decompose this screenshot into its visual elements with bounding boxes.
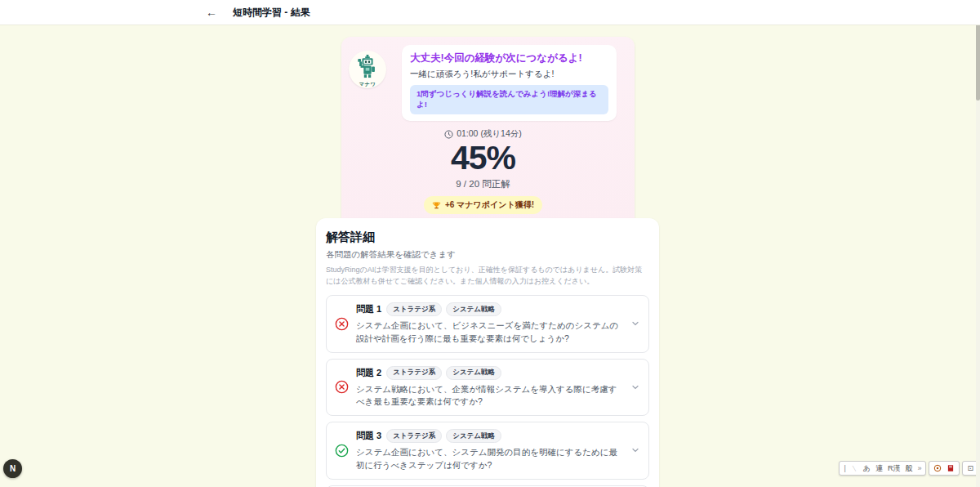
ime-tool-icon[interactable] [933,464,942,472]
timer-label: 01:00 (残り14分) [457,128,522,140]
app-window: ← 短時間学習 - 結果 [0,0,980,487]
question-item[interactable]: 問題 1 ストラテジ系システム戦略 システム企画において、ビジネスニーズを満たす… [326,295,649,353]
ime-mode-indicator[interactable]: あ [863,465,871,472]
x-circle-icon [335,317,349,331]
mascot-name: マナワ [359,81,376,88]
category-badge: システム戦略 [446,366,501,380]
question-label: 問題 3 [356,430,381,442]
details-subtitle: 各問題の解答結果を確認できます [326,249,649,261]
ime-panel-icon: ⊡ [967,464,973,472]
category-badge: ストラテジ系 [386,429,442,443]
score-detail: 9 / 20 問正解 [350,178,617,190]
category-badge: ストラテジ系 [386,302,442,316]
question-item[interactable]: 問題 2 ストラテジ系システム戦略 システム戦略において、企業が情報システムを導… [326,359,649,417]
ime-more-icon[interactable]: » [917,465,921,472]
chevron-down-icon [630,382,640,392]
points-badge-label: +6 マナワポイント獲得! [445,199,534,211]
encouragement-headline: 大丈夫!今回の経験が次につながるよ! [410,51,608,65]
question-label: 問題 2 [356,367,381,379]
top-header: ← 短時間学習 - 結果 [0,0,980,25]
question-label: 問題 1 [356,303,381,315]
question-list: 問題 1 ストラテジ系システム戦略 システム企画において、ビジネスニーズを満たす… [326,295,649,487]
page-title: 短時間学習 - 結果 [233,6,310,20]
pen-icon: ﹨ [851,465,858,472]
robot-mascot-icon [355,54,380,82]
encouragement-subline: 一緒に頑張ろう!私がサポートするよ! [410,69,608,80]
check-circle-icon [335,444,349,458]
question-item[interactable]: 問題 3 ストラテジ系システム戦略 システム企画において、システム開発の目的を明… [326,422,649,480]
ime-mode-indicator[interactable]: 連 [875,465,883,472]
clock-icon [444,130,453,139]
timer-row: 01:00 (残り14分) [350,128,617,140]
question-text: システム企画において、ビジネスニーズを満たすためのシステムの設計や計画を行う際に… [356,319,623,346]
ime-mode-bar[interactable]: | ﹨ あ連R漢般 » [839,461,926,476]
category-badge: システム戦略 [446,302,501,316]
text-cursor-icon: | [844,465,845,472]
ime-mode-indicator[interactable]: 般 [905,465,912,472]
ime-mode-indicator[interactable]: R漢 [888,465,901,472]
chevron-down-icon [630,319,640,328]
ime-toolbar: | ﹨ あ連R漢般 » ⊡ [839,461,978,476]
category-badge: システム戦略 [446,429,501,443]
ime-tools-bar[interactable] [929,461,960,476]
question-text: システム企画において、システム開発の目的を明確にするために最初に行うべきステップ… [356,446,623,472]
back-button[interactable]: ← [201,5,222,20]
x-circle-icon [335,380,349,394]
chevron-down-icon [630,445,640,455]
study-tip-banner: 1問ずつじっくり解説を読んでみよう!理解が深まるよ! [410,85,608,114]
ai-disclaimer: StudyRingのAIは学習支援を目的としており、正確性を保証するものではあり… [326,265,649,287]
ime-dictionary-icon[interactable] [947,464,955,472]
details-title: 解答詳細 [326,230,649,245]
mascot-avatar: マナワ [349,51,386,88]
trophy-icon [432,201,441,210]
score-percent: 45% [350,141,617,176]
category-badge: ストラテジ系 [386,366,442,380]
question-text: システム戦略において、企業が情報システムを導入する際に考慮すべき最も重要な要素は… [356,383,623,409]
mascot-message-box: 大丈夫!今回の経験が次につながるよ! 一緒に頑張ろう!私がサポートするよ! 1問… [402,45,617,121]
scrollbar[interactable] [976,0,980,487]
points-badge: +6 マナワポイント獲得! [424,196,542,214]
answer-details-card: 解答詳細 各問題の解答結果を確認できます StudyRingのAIは学習支援を目… [316,218,659,487]
floating-nav-button[interactable]: N [3,459,22,478]
